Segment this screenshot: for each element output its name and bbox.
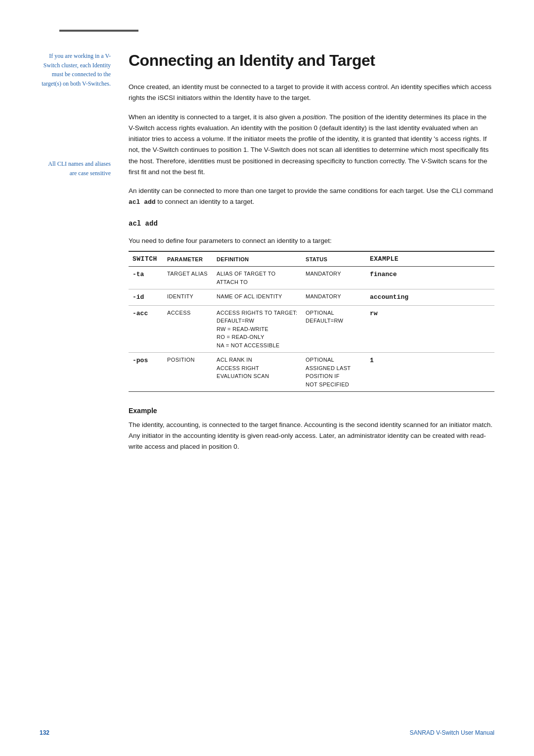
row-4-switch: -pos xyxy=(129,353,163,392)
row-4-example: 1 xyxy=(366,353,494,392)
para-3-code: acl add xyxy=(129,198,156,206)
para-2-prefix: When an identity is connected to a targe… xyxy=(129,113,303,121)
para-3-prefix: An identity can be connected to more tha… xyxy=(129,187,493,194)
footer: 132 SANRAD V-Switch User Manual xyxy=(40,729,494,736)
page-title: Connecting an Identity and Target xyxy=(129,51,494,70)
row-1-example: finance xyxy=(366,267,494,289)
col-header-definition: Definition xyxy=(213,251,302,267)
para-2: When an identity is connected to a targe… xyxy=(129,112,494,178)
table-row: -ta TARGET ALIAS ALIAS OF TARGET TO ATTA… xyxy=(129,267,494,289)
row-2-example: accounting xyxy=(366,289,494,306)
sidebar: If you are working in a V-Switch cluster… xyxy=(40,51,119,461)
row-2-param: IDENTITY xyxy=(163,289,213,306)
row-4-status: OPTIONALASSIGNED LASTPOSITION IFNOT SPEC… xyxy=(302,353,366,392)
main-content: Connecting an Identity and Target Once c… xyxy=(119,51,494,461)
cmd-heading: acl add xyxy=(129,220,494,228)
para-1: Once created, an identity must be connec… xyxy=(129,82,494,104)
row-1-param: TARGET ALIAS xyxy=(163,267,213,289)
table-row: -id IDENTITY NAME OF ACL IDENTITY MANDAT… xyxy=(129,289,494,306)
top-rule xyxy=(59,30,138,32)
footer-page-number: 132 xyxy=(40,729,49,736)
row-4-param: POSITION xyxy=(163,353,213,392)
row-3-example: rw xyxy=(366,305,494,353)
row-3-switch: -acc xyxy=(129,305,163,353)
row-3-status: OPTIONALDEFAULT=RW xyxy=(302,305,366,353)
table-intro: You need to define four parameters to co… xyxy=(129,236,494,246)
col-header-switch: Switch xyxy=(129,251,163,267)
footer-title: SANRAD V-Switch User Manual xyxy=(410,729,494,736)
params-table: Switch Parameter Definition Status Examp… xyxy=(129,251,494,393)
sidebar-note-2: All CLI names and aliases are case sensi… xyxy=(40,159,111,178)
row-3-def: ACCESS RIGHTS TO TARGET:DEFAULT=RWRW = R… xyxy=(213,305,302,353)
para-3-suffix: to connect an identity to a target. xyxy=(156,198,255,205)
col-header-example: Example xyxy=(366,251,494,267)
row-4-def: ACL RANK INACCESS RIGHTEVALUATION SCAN xyxy=(213,353,302,392)
row-1-status: MANDATORY xyxy=(302,267,366,289)
content-area: If you are working in a V-Switch cluster… xyxy=(40,51,494,461)
para-2-suffix: . The position of the identity determine… xyxy=(129,113,489,176)
example-heading: Example xyxy=(129,407,494,415)
sidebar-note-1: If you are working in a V-Switch cluster… xyxy=(40,51,111,88)
table-footer-rule xyxy=(129,392,494,393)
row-2-def: NAME OF ACL IDENTITY xyxy=(213,289,302,306)
row-2-switch: -id xyxy=(129,289,163,306)
example-para: The identity, accounting, is connected t… xyxy=(129,420,494,453)
col-header-parameter: Parameter xyxy=(163,251,213,267)
para-2-italic: position xyxy=(303,113,326,121)
row-3-param: ACCESS xyxy=(163,305,213,353)
col-header-status: Status xyxy=(302,251,366,267)
row-1-def: ALIAS OF TARGET TO ATTACH TO xyxy=(213,267,302,289)
page: If you are working in a V-Switch cluster… xyxy=(0,0,534,756)
table-row: -pos POSITION ACL RANK INACCESS RIGHTEVA… xyxy=(129,353,494,392)
row-2-status: MANDATORY xyxy=(302,289,366,306)
para-3: An identity can be connected to more tha… xyxy=(129,186,494,208)
table-row: -acc ACCESS ACCESS RIGHTS TO TARGET:DEFA… xyxy=(129,305,494,353)
row-1-switch: -ta xyxy=(129,267,163,289)
